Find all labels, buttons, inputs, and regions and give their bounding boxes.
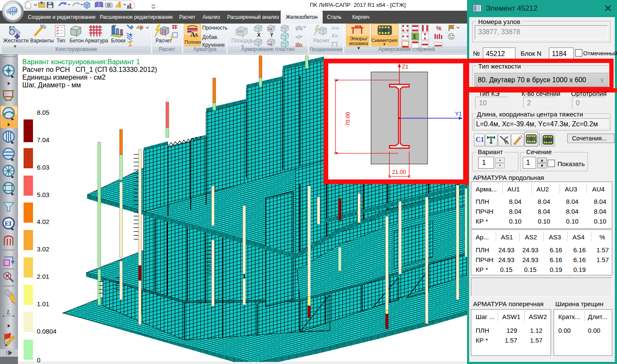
svg-text:L: L [6,309,10,316]
svg-text:Ka: Ka [331,33,338,39]
svg-text:21.00: 21.00 [392,169,406,175]
svg-text:%: % [436,25,442,32]
svg-text:Asw: Asw [330,25,339,31]
svg-text:70.00: 70.00 [344,112,351,126]
svg-text:P: P [140,26,143,31]
svg-text:Y1: Y1 [455,110,462,117]
svg-text:Σ: Σ [413,33,416,40]
svg-text:EI: EI [5,220,12,227]
svg-text:As: As [190,31,198,38]
svg-text:Z1: Z1 [402,63,408,70]
